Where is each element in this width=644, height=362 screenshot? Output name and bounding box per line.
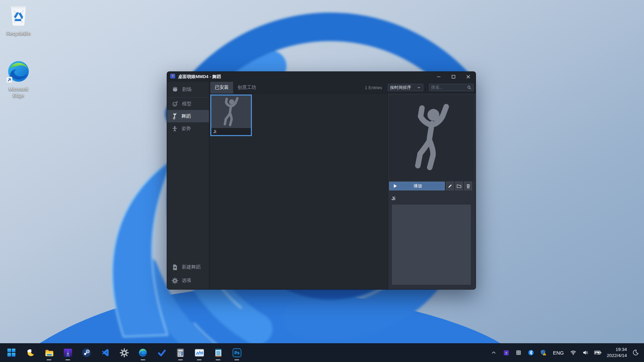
taskbar-photoshop[interactable]: Ps — [230, 345, 244, 361]
mmd-app-icon — [63, 348, 72, 357]
task-manager-icon — [195, 349, 204, 357]
taskbar-steam[interactable] — [80, 345, 93, 361]
open-folder-button[interactable] — [455, 182, 463, 190]
sidebar-item-theater[interactable]: 剧场 — [167, 82, 209, 97]
language-indicator[interactable]: ENG — [551, 350, 566, 356]
detail-panel: 播放 — [388, 94, 476, 289]
notepad-icon — [214, 348, 222, 357]
sort-dropdown[interactable]: 按时间排序 — [388, 84, 423, 91]
sidebar-item-model[interactable]: 模型 — [167, 98, 209, 110]
edge-icon — [6, 59, 31, 84]
volume-icon — [582, 349, 589, 356]
taskbar-file-explorer[interactable] — [42, 345, 56, 361]
sort-dropdown-value: 按时间排序 — [390, 85, 417, 90]
edit-button[interactable] — [446, 182, 454, 190]
tray-volume[interactable] — [581, 346, 591, 359]
chevron-down-icon — [417, 85, 421, 89]
tab-label: 创意工坊 — [237, 84, 256, 90]
defender-shield-icon — [540, 349, 547, 356]
search-icon — [467, 85, 472, 90]
widgets-weather-moon-icon — [25, 348, 35, 357]
desktop-icon-label: Microsoft Edge — [3, 86, 34, 99]
taskbar-edge[interactable] — [136, 345, 150, 361]
maximize-icon — [451, 75, 455, 79]
grid-app-icon — [516, 350, 521, 355]
todo-check-icon — [157, 348, 166, 357]
tray-night-mode[interactable] — [631, 346, 641, 359]
svg-text:Ps: Ps — [234, 351, 239, 355]
taskbar-clock[interactable]: 19:34 2022/4/14 — [605, 347, 628, 358]
wifi-icon — [570, 349, 577, 356]
desktop-icon-microsoft-edge[interactable]: Microsoft Edge — [3, 59, 34, 99]
taskbar-todo[interactable] — [155, 345, 168, 361]
model-face-icon — [172, 101, 178, 107]
sidebar-item-label: 姿势 — [181, 126, 191, 132]
delete-button[interactable] — [464, 182, 472, 190]
dance-preview — [389, 95, 475, 181]
sidebar-item-label: 舞蹈 — [181, 113, 191, 119]
items-grid: Ji — [209, 94, 388, 289]
minimize-button[interactable] — [431, 72, 446, 82]
sidebar-item-label: 新建舞蹈 — [182, 264, 201, 270]
taskbar-vscode[interactable] — [99, 345, 112, 361]
content-area: 已安装 创意工坊 1 Entries 按时间排序 — [209, 82, 476, 289]
photoshop-icon: Ps — [232, 348, 241, 357]
new-file-icon — [172, 264, 178, 270]
mmd-app-window: 桌面萌娘MMD4 - 舞蹈 剧场 — [167, 71, 476, 290]
tray-mmd-app[interactable] — [501, 346, 511, 359]
maximize-button[interactable] — [446, 72, 461, 82]
desktop: RecycleBin Microsoft Edge — [0, 0, 644, 362]
dancer-icon — [407, 103, 457, 173]
taskbar-calculator[interactable] — [174, 345, 187, 361]
file-explorer-icon — [44, 348, 54, 357]
shortcut-arrow-icon — [6, 77, 12, 84]
tray-wifi[interactable] — [568, 346, 578, 359]
tab-workshop[interactable]: 创意工坊 — [233, 82, 261, 94]
pose-icon — [172, 125, 178, 132]
taskbar-task-manager[interactable] — [193, 345, 206, 361]
description-box — [391, 204, 471, 285]
close-button[interactable] — [461, 72, 476, 82]
clock-time: 19:34 — [607, 347, 627, 353]
grid-item-label: Ji — [211, 128, 251, 135]
tray-battery[interactable] — [593, 346, 603, 359]
app-window-icon — [170, 73, 175, 80]
sidebar: 剧场 模型 舞蹈 — [167, 82, 209, 289]
dancer-icon — [211, 96, 251, 128]
steam-icon — [82, 348, 91, 357]
tab-label: 已安装 — [215, 84, 229, 90]
sidebar-item-options[interactable]: 选项 — [167, 274, 209, 287]
entries-count: 1 Entries — [365, 85, 382, 90]
sidebar-item-new-dance[interactable]: 新建舞蹈 — [167, 260, 209, 274]
desktop-icon-recycle-bin[interactable]: RecycleBin — [3, 3, 34, 37]
start-icon — [7, 348, 16, 357]
sidebar-item-pose[interactable]: 姿势 — [167, 122, 209, 135]
tray-bluetooth[interactable] — [526, 346, 536, 359]
chevron-up-icon — [491, 350, 496, 355]
taskbar-notepad[interactable] — [211, 345, 225, 361]
play-button[interactable]: 播放 — [389, 182, 445, 190]
search-input[interactable] — [431, 85, 467, 90]
detail-item-name: Ji — [391, 196, 472, 201]
edge-icon — [138, 348, 148, 357]
sidebar-spacer — [167, 135, 209, 260]
moon-night-icon — [632, 349, 639, 356]
bluetooth-icon — [528, 350, 534, 356]
sidebar-item-label: 剧场 — [182, 86, 192, 93]
play-button-label: 播放 — [397, 183, 438, 189]
grid-item-ji[interactable]: Ji — [210, 95, 252, 136]
tab-installed[interactable]: 已安装 — [210, 82, 233, 94]
tray-grid-app[interactable] — [514, 346, 524, 359]
title-bar[interactable]: 桌面萌娘MMD4 - 舞蹈 — [167, 72, 476, 82]
widgets-weather-button[interactable] — [23, 345, 37, 361]
battery-charging-icon — [594, 349, 602, 356]
tray-chevron-up[interactable] — [489, 346, 499, 359]
taskbar-mmd-app[interactable] — [61, 345, 74, 361]
window-title: 桌面萌娘MMD4 - 舞蹈 — [178, 74, 431, 80]
tray-defender[interactable] — [538, 346, 548, 359]
sidebar-item-dance[interactable]: 舞蹈 — [167, 110, 209, 122]
start-button[interactable] — [5, 345, 18, 361]
dancer-icon — [172, 113, 178, 120]
taskbar-settings[interactable] — [117, 345, 131, 361]
detail-controls: 播放 — [389, 182, 472, 190]
